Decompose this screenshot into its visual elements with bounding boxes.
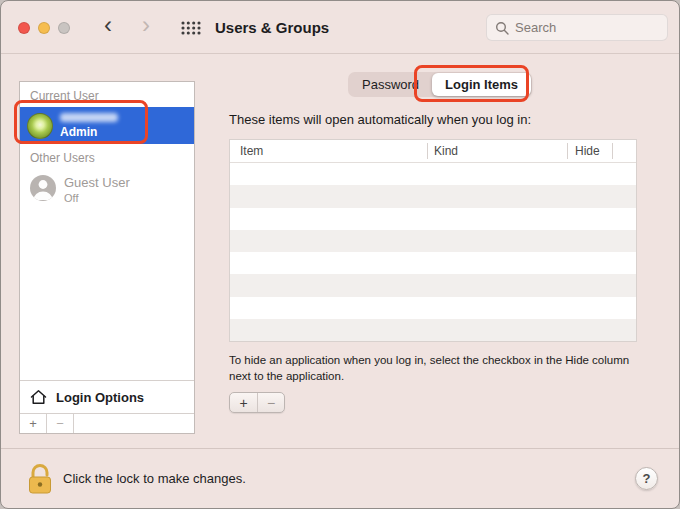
table-row[interactable] — [230, 163, 636, 185]
column-header-item: Item — [240, 144, 263, 158]
table-row[interactable] — [230, 252, 636, 274]
window-title: Users & Groups — [215, 19, 329, 36]
tab-password[interactable]: Password — [349, 73, 432, 96]
table-row[interactable] — [230, 297, 636, 319]
house-icon — [30, 389, 47, 405]
forward-button: › — [142, 10, 150, 40]
search-icon — [495, 21, 509, 35]
users-groups-window: ‹ › Users & Groups Current User — [0, 0, 680, 509]
other-users-label: Other Users — [20, 144, 194, 169]
lock-icon[interactable] — [26, 462, 54, 499]
footer-bar: Click the lock to make changes. ? — [1, 448, 679, 508]
window-controls — [18, 22, 70, 34]
login-items-table: Item Kind Hide — [229, 139, 637, 342]
table-row[interactable] — [230, 208, 636, 230]
login-options-label: Login Options — [56, 390, 144, 405]
table-row[interactable] — [230, 230, 636, 252]
column-header-hide: Hide — [575, 144, 600, 158]
sidebar-item-login-options[interactable]: Login Options — [20, 380, 194, 413]
back-button[interactable]: ‹ — [104, 10, 112, 40]
column-header-kind: Kind — [434, 144, 458, 158]
admin-username-redacted — [60, 113, 118, 122]
tab-bar: Password Login Items — [348, 72, 532, 97]
current-user-label: Current User — [20, 82, 194, 107]
column-divider — [612, 143, 613, 159]
table-row[interactable] — [230, 274, 636, 296]
remove-login-item-button[interactable]: − — [257, 393, 284, 412]
sidebar-item-guest[interactable]: Guest User Off — [20, 169, 194, 204]
show-all-grid-icon[interactable] — [181, 21, 201, 39]
add-login-item-button[interactable]: + — [230, 393, 257, 412]
table-header-row: Item Kind Hide — [230, 140, 636, 163]
tab-login-items[interactable]: Login Items — [432, 73, 531, 96]
table-row[interactable] — [230, 319, 636, 341]
search-input[interactable] — [515, 20, 659, 35]
admin-name-label: Admin — [60, 125, 118, 139]
column-divider — [427, 143, 428, 159]
user-list-sidebar: Current User Admin Other Users Guest Use… — [19, 81, 195, 434]
guest-status-label: Off — [64, 192, 130, 204]
toolbar: ‹ › Users & Groups — [1, 1, 679, 54]
remove-user-button[interactable]: − — [47, 414, 74, 433]
table-row[interactable] — [230, 185, 636, 207]
help-button[interactable]: ? — [635, 467, 658, 490]
zoom-button — [58, 22, 70, 34]
login-items-description: These items will open automatically when… — [229, 112, 531, 127]
search-field[interactable] — [486, 14, 668, 41]
close-button[interactable] — [18, 22, 30, 34]
guest-avatar-icon — [30, 175, 56, 201]
hide-column-footnote: To hide an application when you log in, … — [229, 352, 631, 384]
sidebar-user-controls: + − — [20, 413, 194, 433]
sidebar-item-admin[interactable]: Admin — [20, 107, 194, 144]
login-items-rows — [230, 163, 636, 341]
admin-avatar-icon — [27, 113, 53, 139]
lock-message: Click the lock to make changes. — [63, 471, 246, 486]
add-user-button[interactable]: + — [20, 414, 47, 433]
guest-name-label: Guest User — [64, 175, 130, 190]
login-items-controls: + − — [229, 392, 285, 413]
minimize-button[interactable] — [38, 22, 50, 34]
column-divider — [567, 143, 568, 159]
